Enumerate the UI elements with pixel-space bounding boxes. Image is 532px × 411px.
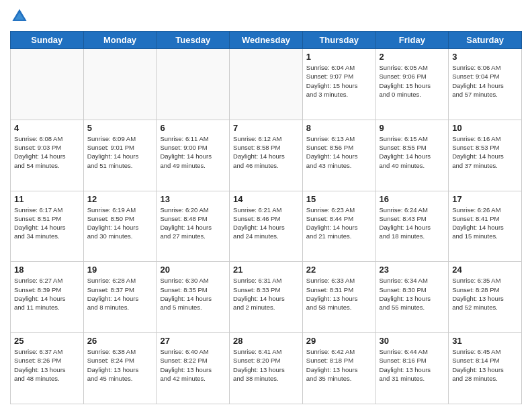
calendar-cell: 4Sunrise: 6:08 AM Sunset: 9:03 PM Daylig… (11, 120, 84, 191)
day-number: 16 (380, 194, 445, 204)
calendar-cell: 16Sunrise: 6:24 AM Sunset: 8:43 PM Dayli… (375, 191, 449, 262)
calendar-week-4: 18Sunrise: 6:27 AM Sunset: 8:39 PM Dayli… (11, 262, 522, 333)
logo (10, 7, 32, 26)
day-info: Sunrise: 6:38 AM Sunset: 8:24 PM Dayligh… (87, 347, 153, 383)
day-info: Sunrise: 6:40 AM Sunset: 8:22 PM Dayligh… (160, 347, 226, 383)
day-info: Sunrise: 6:27 AM Sunset: 8:39 PM Dayligh… (14, 276, 80, 312)
calendar-week-3: 11Sunrise: 6:17 AM Sunset: 8:51 PM Dayli… (11, 191, 522, 262)
day-number: 28 (233, 336, 299, 346)
day-number: 22 (306, 265, 372, 275)
day-info: Sunrise: 6:24 AM Sunset: 8:43 PM Dayligh… (380, 205, 445, 241)
day-info: Sunrise: 6:16 AM Sunset: 8:53 PM Dayligh… (452, 134, 518, 170)
calendar-cell: 2Sunrise: 6:05 AM Sunset: 9:06 PM Daylig… (375, 49, 449, 120)
day-info: Sunrise: 6:20 AM Sunset: 8:48 PM Dayligh… (160, 205, 226, 241)
calendar-week-2: 4Sunrise: 6:08 AM Sunset: 9:03 PM Daylig… (11, 120, 522, 191)
day-number: 20 (160, 265, 226, 275)
day-number: 10 (452, 123, 518, 133)
calendar-cell: 9Sunrise: 6:15 AM Sunset: 8:55 PM Daylig… (375, 120, 449, 191)
calendar-cell: 12Sunrise: 6:19 AM Sunset: 8:50 PM Dayli… (83, 191, 157, 262)
day-info: Sunrise: 6:13 AM Sunset: 8:56 PM Dayligh… (306, 134, 372, 170)
calendar-cell: 23Sunrise: 6:34 AM Sunset: 8:30 PM Dayli… (375, 262, 449, 333)
calendar-cell (157, 49, 230, 120)
day-info: Sunrise: 6:06 AM Sunset: 9:04 PM Dayligh… (452, 63, 518, 99)
calendar-cell (11, 49, 84, 120)
calendar-cell: 17Sunrise: 6:26 AM Sunset: 8:41 PM Dayli… (449, 191, 522, 262)
logo-icon (10, 7, 29, 26)
calendar-cell: 30Sunrise: 6:44 AM Sunset: 8:16 PM Dayli… (375, 333, 449, 404)
day-number: 27 (160, 336, 226, 346)
day-info: Sunrise: 6:30 AM Sunset: 8:35 PM Dayligh… (160, 276, 226, 312)
calendar-cell: 6Sunrise: 6:11 AM Sunset: 9:00 PM Daylig… (157, 120, 230, 191)
day-info: Sunrise: 6:41 AM Sunset: 8:20 PM Dayligh… (233, 347, 299, 383)
calendar-cell: 1Sunrise: 6:04 AM Sunset: 9:07 PM Daylig… (302, 49, 375, 120)
calendar-week-1: 1Sunrise: 6:04 AM Sunset: 9:07 PM Daylig… (11, 49, 522, 120)
day-info: Sunrise: 6:45 AM Sunset: 8:14 PM Dayligh… (452, 347, 518, 383)
calendar-header-saturday: Saturday (449, 32, 522, 49)
day-info: Sunrise: 6:42 AM Sunset: 8:18 PM Dayligh… (306, 347, 372, 383)
day-number: 11 (14, 194, 80, 204)
calendar-week-5: 25Sunrise: 6:37 AM Sunset: 8:26 PM Dayli… (11, 333, 522, 404)
day-number: 26 (87, 336, 153, 346)
day-info: Sunrise: 6:34 AM Sunset: 8:30 PM Dayligh… (380, 276, 445, 312)
calendar-cell: 10Sunrise: 6:16 AM Sunset: 8:53 PM Dayli… (449, 120, 522, 191)
day-info: Sunrise: 6:31 AM Sunset: 8:33 PM Dayligh… (233, 276, 299, 312)
header (10, 7, 522, 26)
day-number: 17 (452, 194, 518, 204)
day-number: 24 (452, 265, 518, 275)
calendar-header-row: SundayMondayTuesdayWednesdayThursdayFrid… (11, 32, 522, 49)
day-info: Sunrise: 6:09 AM Sunset: 9:01 PM Dayligh… (87, 134, 153, 170)
day-number: 4 (14, 123, 80, 133)
day-number: 3 (452, 52, 518, 62)
calendar-header-thursday: Thursday (302, 32, 375, 49)
day-info: Sunrise: 6:19 AM Sunset: 8:50 PM Dayligh… (87, 205, 153, 241)
day-info: Sunrise: 6:23 AM Sunset: 8:44 PM Dayligh… (306, 205, 372, 241)
day-info: Sunrise: 6:35 AM Sunset: 8:28 PM Dayligh… (452, 276, 518, 312)
calendar-cell: 22Sunrise: 6:33 AM Sunset: 8:31 PM Dayli… (302, 262, 375, 333)
calendar-cell: 18Sunrise: 6:27 AM Sunset: 8:39 PM Dayli… (11, 262, 84, 333)
day-number: 13 (160, 194, 226, 204)
calendar-cell: 7Sunrise: 6:12 AM Sunset: 8:58 PM Daylig… (230, 120, 303, 191)
page: SundayMondayTuesdayWednesdayThursdayFrid… (0, 0, 532, 411)
calendar-cell: 29Sunrise: 6:42 AM Sunset: 8:18 PM Dayli… (302, 333, 375, 404)
day-number: 6 (160, 123, 226, 133)
day-info: Sunrise: 6:28 AM Sunset: 8:37 PM Dayligh… (87, 276, 153, 312)
calendar-cell: 11Sunrise: 6:17 AM Sunset: 8:51 PM Dayli… (11, 191, 84, 262)
day-number: 19 (87, 265, 153, 275)
day-info: Sunrise: 6:33 AM Sunset: 8:31 PM Dayligh… (306, 276, 372, 312)
day-info: Sunrise: 6:11 AM Sunset: 9:00 PM Dayligh… (160, 134, 226, 170)
day-number: 31 (452, 336, 518, 346)
calendar-cell: 21Sunrise: 6:31 AM Sunset: 8:33 PM Dayli… (230, 262, 303, 333)
day-number: 8 (306, 123, 372, 133)
calendar-cell (230, 49, 303, 120)
day-info: Sunrise: 6:15 AM Sunset: 8:55 PM Dayligh… (380, 134, 445, 170)
calendar-cell: 20Sunrise: 6:30 AM Sunset: 8:35 PM Dayli… (157, 262, 230, 333)
day-info: Sunrise: 6:17 AM Sunset: 8:51 PM Dayligh… (14, 205, 80, 241)
day-number: 21 (233, 265, 299, 275)
day-number: 15 (306, 194, 372, 204)
calendar-cell: 14Sunrise: 6:21 AM Sunset: 8:46 PM Dayli… (230, 191, 303, 262)
day-info: Sunrise: 6:08 AM Sunset: 9:03 PM Dayligh… (14, 134, 80, 170)
calendar-cell (83, 49, 157, 120)
calendar-cell: 19Sunrise: 6:28 AM Sunset: 8:37 PM Dayli… (83, 262, 157, 333)
calendar-header-monday: Monday (83, 32, 157, 49)
day-info: Sunrise: 6:37 AM Sunset: 8:26 PM Dayligh… (14, 347, 80, 383)
calendar-cell: 28Sunrise: 6:41 AM Sunset: 8:20 PM Dayli… (230, 333, 303, 404)
day-number: 1 (306, 52, 372, 62)
day-number: 5 (87, 123, 153, 133)
calendar-cell: 31Sunrise: 6:45 AM Sunset: 8:14 PM Dayli… (449, 333, 522, 404)
calendar-cell: 3Sunrise: 6:06 AM Sunset: 9:04 PM Daylig… (449, 49, 522, 120)
calendar-cell: 27Sunrise: 6:40 AM Sunset: 8:22 PM Dayli… (157, 333, 230, 404)
day-info: Sunrise: 6:05 AM Sunset: 9:06 PM Dayligh… (380, 63, 445, 99)
day-number: 18 (14, 265, 80, 275)
day-info: Sunrise: 6:12 AM Sunset: 8:58 PM Dayligh… (233, 134, 299, 170)
calendar-header-tuesday: Tuesday (157, 32, 230, 49)
calendar-header-sunday: Sunday (11, 32, 84, 49)
calendar-cell: 26Sunrise: 6:38 AM Sunset: 8:24 PM Dayli… (83, 333, 157, 404)
day-info: Sunrise: 6:44 AM Sunset: 8:16 PM Dayligh… (380, 347, 445, 383)
day-number: 30 (380, 336, 445, 346)
day-number: 7 (233, 123, 299, 133)
day-number: 14 (233, 194, 299, 204)
day-number: 23 (380, 265, 445, 275)
calendar-cell: 15Sunrise: 6:23 AM Sunset: 8:44 PM Dayli… (302, 191, 375, 262)
day-number: 2 (380, 52, 445, 62)
